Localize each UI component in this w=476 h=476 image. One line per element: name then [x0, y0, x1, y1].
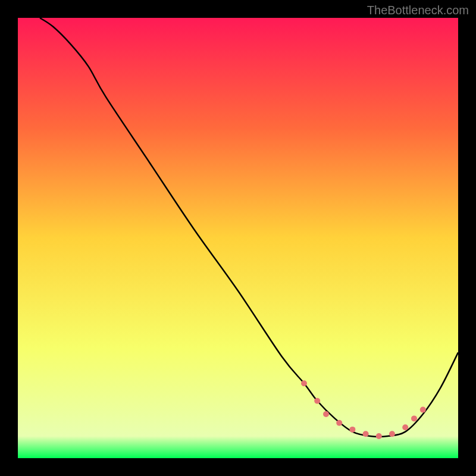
highlight-dot — [376, 433, 382, 439]
highlight-dot — [389, 431, 395, 437]
highlight-dot — [301, 380, 307, 386]
highlight-dot — [363, 431, 369, 437]
highlight-dot — [314, 398, 320, 404]
highlight-dot — [336, 420, 342, 426]
highlight-dot — [411, 415, 417, 421]
watermark-text: TheBottleneck.com — [367, 4, 469, 17]
chart-container: TheBottleneck.com — [0, 0, 476, 476]
gradient-background — [18, 18, 458, 458]
highlight-dot — [402, 424, 408, 430]
chart-svg — [18, 18, 458, 458]
highlight-dot — [420, 407, 426, 413]
plot-area — [18, 18, 458, 458]
highlight-dot — [323, 411, 329, 417]
highlight-dot — [349, 427, 355, 433]
